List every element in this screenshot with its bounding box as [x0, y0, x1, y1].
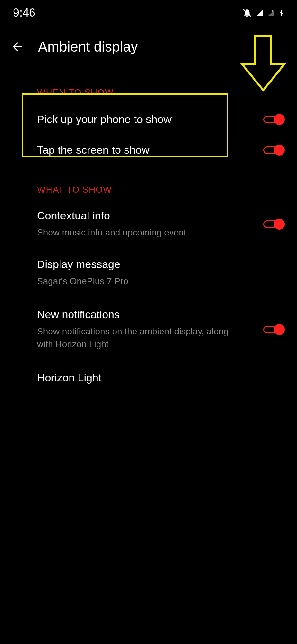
setting-subtitle: Sagar's OnePlus 7 Pro — [37, 275, 284, 287]
signal-icon — [256, 9, 264, 17]
setting-title: Pick up your phone to show — [37, 113, 263, 126]
charging-icon — [279, 8, 284, 17]
status-icons: x — [242, 8, 284, 18]
status-time: 9:46 — [13, 6, 35, 20]
arrow-back-icon — [11, 40, 24, 53]
setting-tap-screen[interactable]: Tap the screen to show — [0, 135, 297, 165]
setting-title: Tap the screen to show — [37, 144, 263, 156]
page-title: Ambient display — [38, 39, 138, 55]
setting-title: New notifications — [37, 308, 244, 321]
toggle-pickup-phone[interactable] — [263, 114, 284, 125]
status-bar: 9:46 x — [0, 0, 297, 23]
back-button[interactable] — [10, 39, 25, 54]
setting-subtitle: Show music info and upcoming event — [37, 226, 263, 239]
toggle-new-notifications[interactable] — [263, 324, 284, 335]
svg-text:x: x — [272, 9, 274, 12]
app-bar: Ambient display — [0, 23, 297, 71]
setting-new-notifications[interactable]: New notifications Show notifications on … — [0, 299, 297, 358]
section-header-when: WHEN TO SHOW — [0, 71, 297, 104]
setting-contextual-info[interactable]: Contextual info Show music info and upco… — [0, 201, 297, 247]
setting-title: Contextual info — [37, 209, 263, 222]
notifications-off-icon — [242, 8, 252, 18]
signal-x-icon: x — [267, 9, 275, 17]
setting-display-message[interactable]: Display message Sagar's OnePlus 7 Pro — [0, 247, 297, 299]
setting-title: Display message — [37, 258, 284, 271]
setting-horizon-light[interactable]: Horizon Light — [0, 359, 297, 392]
toggle-tap-screen[interactable] — [263, 144, 284, 156]
setting-subtitle: Show notifications on the ambient displa… — [37, 325, 244, 350]
divider — [185, 213, 185, 236]
settings-content: WHEN TO SHOW Pick up your phone to show … — [0, 71, 297, 392]
setting-pickup-phone[interactable]: Pick up your phone to show — [0, 104, 297, 135]
section-header-what: WHAT TO SHOW — [0, 165, 297, 201]
toggle-contextual-info[interactable] — [263, 218, 284, 230]
setting-title: Horizon Light — [37, 371, 284, 384]
